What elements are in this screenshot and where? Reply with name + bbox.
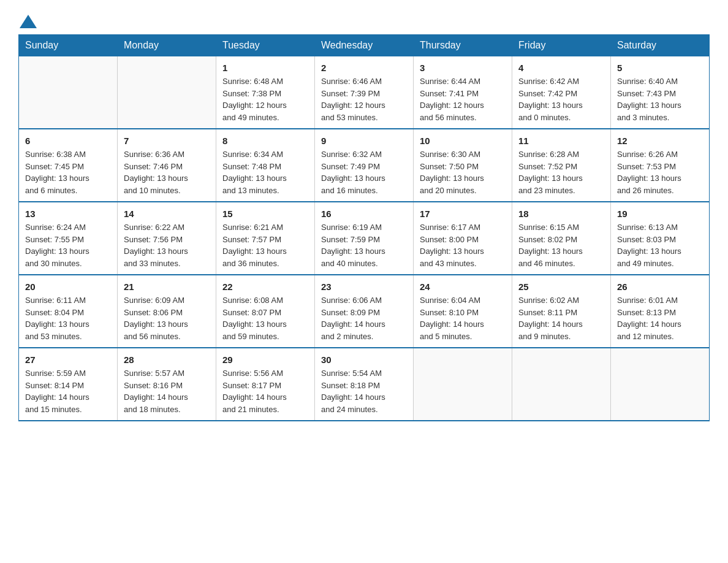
day-info: Sunrise: 6:02 AMSunset: 8:11 PMDaylight:… xyxy=(518,294,604,342)
day-info: Sunrise: 6:08 AMSunset: 8:07 PMDaylight:… xyxy=(222,294,308,342)
day-number: 20 xyxy=(25,280,111,293)
day-number: 13 xyxy=(25,207,111,220)
day-number: 25 xyxy=(518,280,604,293)
calendar-cell: 14Sunrise: 6:22 AMSunset: 7:56 PMDayligh… xyxy=(118,202,216,275)
day-info: Sunrise: 6:13 AMSunset: 8:03 PMDaylight:… xyxy=(617,221,703,269)
day-info: Sunrise: 6:15 AMSunset: 8:02 PMDaylight:… xyxy=(518,221,604,269)
day-info: Sunrise: 6:22 AMSunset: 7:56 PMDaylight:… xyxy=(124,221,210,269)
calendar-cell: 21Sunrise: 6:09 AMSunset: 8:06 PMDayligh… xyxy=(118,275,216,348)
day-number: 9 xyxy=(321,134,407,147)
calendar-cell: 28Sunrise: 5:57 AMSunset: 8:16 PMDayligh… xyxy=(118,348,216,421)
day-number: 22 xyxy=(222,280,308,293)
calendar-week-row: 1Sunrise: 6:48 AMSunset: 7:38 PMDaylight… xyxy=(19,56,710,129)
calendar-cell: 5Sunrise: 6:40 AMSunset: 7:43 PMDaylight… xyxy=(611,56,710,129)
calendar-cell: 26Sunrise: 6:01 AMSunset: 8:13 PMDayligh… xyxy=(611,275,710,348)
calendar-week-row: 20Sunrise: 6:11 AMSunset: 8:04 PMDayligh… xyxy=(19,275,710,348)
calendar-week-row: 6Sunrise: 6:38 AMSunset: 7:45 PMDaylight… xyxy=(19,129,710,202)
weekday-header-wednesday: Wednesday xyxy=(315,35,414,56)
day-number: 21 xyxy=(124,280,210,293)
day-number: 15 xyxy=(222,207,308,220)
day-info: Sunrise: 6:09 AMSunset: 8:06 PMDaylight:… xyxy=(124,294,210,342)
day-info: Sunrise: 6:17 AMSunset: 8:00 PMDaylight:… xyxy=(420,221,506,269)
day-info: Sunrise: 6:40 AMSunset: 7:43 PMDaylight:… xyxy=(617,75,703,123)
day-number: 7 xyxy=(124,134,210,147)
weekday-header-tuesday: Tuesday xyxy=(216,35,315,56)
calendar-table: SundayMondayTuesdayWednesdayThursdayFrid… xyxy=(18,34,710,421)
day-number: 2 xyxy=(321,61,407,74)
calendar-cell: 24Sunrise: 6:04 AMSunset: 8:10 PMDayligh… xyxy=(414,275,512,348)
calendar-cell: 30Sunrise: 5:54 AMSunset: 8:18 PMDayligh… xyxy=(315,348,414,421)
day-info: Sunrise: 6:44 AMSunset: 7:41 PMDaylight:… xyxy=(420,75,506,123)
calendar-cell: 27Sunrise: 5:59 AMSunset: 8:14 PMDayligh… xyxy=(19,348,118,421)
calendar-cell: 9Sunrise: 6:32 AMSunset: 7:49 PMDaylight… xyxy=(315,129,414,202)
day-info: Sunrise: 6:36 AMSunset: 7:46 PMDaylight:… xyxy=(124,148,210,196)
calendar-cell: 19Sunrise: 6:13 AMSunset: 8:03 PMDayligh… xyxy=(611,202,710,275)
day-info: Sunrise: 6:21 AMSunset: 7:57 PMDaylight:… xyxy=(222,221,308,269)
day-info: Sunrise: 6:46 AMSunset: 7:39 PMDaylight:… xyxy=(321,75,407,123)
day-number: 23 xyxy=(321,280,407,293)
day-number: 10 xyxy=(420,134,506,147)
calendar-cell xyxy=(19,56,118,129)
calendar-cell: 3Sunrise: 6:44 AMSunset: 7:41 PMDaylight… xyxy=(414,56,512,129)
day-number: 12 xyxy=(617,134,703,147)
day-info: Sunrise: 6:48 AMSunset: 7:38 PMDaylight:… xyxy=(222,75,308,123)
day-info: Sunrise: 6:28 AMSunset: 7:52 PMDaylight:… xyxy=(518,148,604,196)
calendar-cell: 7Sunrise: 6:36 AMSunset: 7:46 PMDaylight… xyxy=(118,129,216,202)
page-header xyxy=(18,12,710,28)
calendar-cell: 16Sunrise: 6:19 AMSunset: 7:59 PMDayligh… xyxy=(315,202,414,275)
day-number: 26 xyxy=(617,280,703,293)
logo xyxy=(18,12,37,28)
day-number: 1 xyxy=(222,61,308,74)
calendar-cell: 1Sunrise: 6:48 AMSunset: 7:38 PMDaylight… xyxy=(216,56,315,129)
day-number: 30 xyxy=(321,353,407,366)
calendar-cell xyxy=(611,348,710,421)
calendar-cell: 23Sunrise: 6:06 AMSunset: 8:09 PMDayligh… xyxy=(315,275,414,348)
calendar-cell: 18Sunrise: 6:15 AMSunset: 8:02 PMDayligh… xyxy=(512,202,611,275)
calendar-cell: 29Sunrise: 5:56 AMSunset: 8:17 PMDayligh… xyxy=(216,348,315,421)
calendar-cell: 10Sunrise: 6:30 AMSunset: 7:50 PMDayligh… xyxy=(414,129,512,202)
calendar-cell: 12Sunrise: 6:26 AMSunset: 7:53 PMDayligh… xyxy=(611,129,710,202)
day-number: 8 xyxy=(222,134,308,147)
day-number: 6 xyxy=(25,134,111,147)
day-number: 4 xyxy=(518,61,604,74)
day-info: Sunrise: 6:11 AMSunset: 8:04 PMDaylight:… xyxy=(25,294,111,342)
weekday-header-thursday: Thursday xyxy=(414,35,512,56)
calendar-week-row: 13Sunrise: 6:24 AMSunset: 7:55 PMDayligh… xyxy=(19,202,710,275)
calendar-cell: 25Sunrise: 6:02 AMSunset: 8:11 PMDayligh… xyxy=(512,275,611,348)
day-info: Sunrise: 6:38 AMSunset: 7:45 PMDaylight:… xyxy=(25,148,111,196)
day-info: Sunrise: 5:54 AMSunset: 8:18 PMDaylight:… xyxy=(321,367,407,415)
calendar-cell: 15Sunrise: 6:21 AMSunset: 7:57 PMDayligh… xyxy=(216,202,315,275)
day-info: Sunrise: 6:24 AMSunset: 7:55 PMDaylight:… xyxy=(25,221,111,269)
calendar-cell: 4Sunrise: 6:42 AMSunset: 7:42 PMDaylight… xyxy=(512,56,611,129)
day-info: Sunrise: 6:32 AMSunset: 7:49 PMDaylight:… xyxy=(321,148,407,196)
day-info: Sunrise: 6:42 AMSunset: 7:42 PMDaylight:… xyxy=(518,75,604,123)
day-number: 27 xyxy=(25,353,111,366)
calendar-cell: 13Sunrise: 6:24 AMSunset: 7:55 PMDayligh… xyxy=(19,202,118,275)
calendar-week-row: 27Sunrise: 5:59 AMSunset: 8:14 PMDayligh… xyxy=(19,348,710,421)
day-number: 17 xyxy=(420,207,506,220)
day-number: 29 xyxy=(222,353,308,366)
weekday-header-row: SundayMondayTuesdayWednesdayThursdayFrid… xyxy=(19,35,710,56)
calendar-cell: 22Sunrise: 6:08 AMSunset: 8:07 PMDayligh… xyxy=(216,275,315,348)
weekday-header-monday: Monday xyxy=(118,35,216,56)
calendar-cell: 8Sunrise: 6:34 AMSunset: 7:48 PMDaylight… xyxy=(216,129,315,202)
calendar-cell: 2Sunrise: 6:46 AMSunset: 7:39 PMDaylight… xyxy=(315,56,414,129)
day-number: 28 xyxy=(124,353,210,366)
day-number: 14 xyxy=(124,207,210,220)
day-number: 5 xyxy=(617,61,703,74)
day-info: Sunrise: 6:19 AMSunset: 7:59 PMDaylight:… xyxy=(321,221,407,269)
day-number: 11 xyxy=(518,134,604,147)
calendar-cell xyxy=(118,56,216,129)
day-info: Sunrise: 6:34 AMSunset: 7:48 PMDaylight:… xyxy=(222,148,308,196)
day-info: Sunrise: 5:59 AMSunset: 8:14 PMDaylight:… xyxy=(25,367,111,415)
calendar-cell xyxy=(414,348,512,421)
day-number: 18 xyxy=(518,207,604,220)
day-number: 24 xyxy=(420,280,506,293)
day-info: Sunrise: 6:26 AMSunset: 7:53 PMDaylight:… xyxy=(617,148,703,196)
day-number: 3 xyxy=(420,61,506,74)
calendar-cell: 20Sunrise: 6:11 AMSunset: 8:04 PMDayligh… xyxy=(19,275,118,348)
calendar-cell: 6Sunrise: 6:38 AMSunset: 7:45 PMDaylight… xyxy=(19,129,118,202)
day-number: 19 xyxy=(617,207,703,220)
day-number: 16 xyxy=(321,207,407,220)
calendar-cell: 11Sunrise: 6:28 AMSunset: 7:52 PMDayligh… xyxy=(512,129,611,202)
